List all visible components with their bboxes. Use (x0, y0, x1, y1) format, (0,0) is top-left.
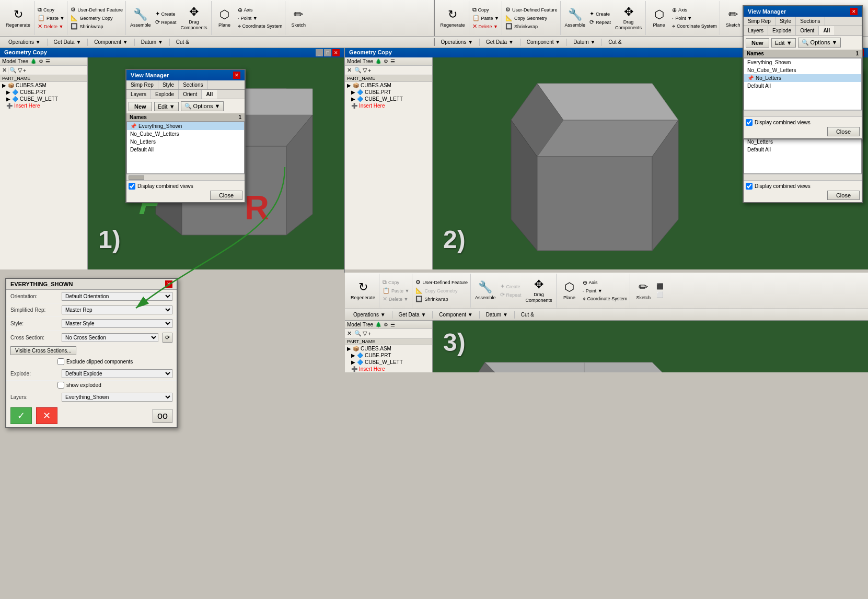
rib-operations-l[interactable]: Operations ▼ (4, 38, 45, 46)
mt-funnel-btn-3[interactable]: ▽ (363, 330, 367, 337)
paste-btn[interactable]: 📋Paste ▼ (36, 14, 66, 22)
paste-btn-3[interactable]: 📋Paste ▼ (381, 287, 411, 295)
es-visible-cross-btn[interactable]: Visible Cross Sections... (10, 346, 76, 355)
tree-item-insert-2[interactable]: ➕Insert Here (345, 102, 432, 109)
es-explode-select[interactable]: Default Explode (62, 369, 172, 378)
repeat-btn[interactable]: ⟳Repeat (154, 18, 178, 26)
mt-close-btn-1[interactable]: ✕ (2, 67, 7, 74)
es-simprep-select[interactable]: Master Rep (62, 306, 172, 314)
vm1-new-btn[interactable]: New (129, 102, 152, 111)
mt-add-btn-2[interactable]: + (368, 67, 371, 74)
vm3-item-noletters[interactable]: 📌 No_Letters (744, 74, 861, 82)
mt-expand-icon-3[interactable]: ☰ (390, 322, 395, 327)
rib-getdata-r[interactable]: Get Data ▼ (482, 38, 518, 46)
rib-cut-r[interactable]: Cut & (604, 38, 626, 46)
rib-datum-l[interactable]: Datum ▼ (137, 38, 167, 46)
axis-btn-r[interactable]: ⊕Axis (670, 6, 719, 14)
panel1-maximize[interactable]: □ (324, 49, 331, 56)
vm3-options-btn[interactable]: 🔍 Options ▼ (798, 38, 841, 48)
mt-icon-1[interactable]: 🌲 (30, 58, 37, 64)
es-close-btn[interactable]: ✕ (165, 280, 172, 288)
copy-btn[interactable]: ⧉Copy (36, 6, 66, 14)
shrinkwrap-btn-3[interactable]: 🔲Shrinkwrap (414, 295, 469, 303)
mt-funnel-btn-2[interactable]: ▽ (363, 67, 367, 74)
mt-funnel-btn-1[interactable]: ▽ (18, 67, 22, 74)
mt-icon-3[interactable]: 🌲 (375, 322, 381, 327)
vm1-edit-btn[interactable]: Edit ▼ (154, 102, 179, 111)
es-exclude-clipped-check[interactable] (57, 358, 64, 365)
udf-btn-3[interactable]: ⚙User-Defined Feature (414, 278, 469, 286)
repeat-btn-3[interactable]: ⟳Repeat (499, 291, 523, 299)
vm1-tab-sections[interactable]: Sections (179, 80, 207, 89)
mt-filter-btn-3[interactable]: 🔍 (354, 330, 362, 337)
assemble-btn-3[interactable]: 🔧 Assemble (472, 274, 499, 308)
vm1-item-defaultall[interactable]: Default All (127, 146, 244, 154)
mt-settings-icon-3[interactable]: ⚙ (384, 322, 388, 327)
create-btn-3[interactable]: ✦Create (499, 283, 523, 290)
rib-operations-3[interactable]: Operations ▼ (349, 311, 390, 319)
copy-geometry-btn-3[interactable]: 📐Copy Geometry (414, 287, 469, 295)
rib-component-l[interactable]: Component ▼ (90, 38, 132, 46)
plane-btn-3[interactable]: ⬡ Plane (558, 274, 581, 308)
vm1-tab-simprep[interactable]: Simp Rep (126, 80, 158, 89)
tree-item-cubes-2[interactable]: ▶📦CUBES.ASM (345, 82, 432, 89)
vm1-tab-style[interactable]: Style (158, 80, 179, 89)
mt-settings-icon-2[interactable]: ⚙ (384, 58, 388, 64)
mt-filter-btn-1[interactable]: 🔍 (9, 67, 17, 74)
tree-item-insert-1[interactable]: ➕Insert Here (0, 102, 87, 109)
rib-operations-r[interactable]: Operations ▼ (437, 38, 478, 46)
vm1-item-everything[interactable]: 📌 Everything_Shown (127, 122, 244, 130)
es-orientation-select[interactable]: Default Orientation (62, 292, 172, 301)
sketch-btn-r[interactable]: ✏ Sketch (722, 1, 745, 35)
es-layers-select[interactable]: Everything_Shown (62, 393, 172, 402)
shrinkwrap-btn[interactable]: 🔲Shrinkwrap (69, 22, 124, 30)
tree-item-cube-prt-3[interactable]: ▶🔷CUBE.PRT (345, 352, 432, 359)
coord-btn-3[interactable]: ⌖Coordinate System (581, 295, 629, 303)
vm1-tab-orient[interactable]: Orient (179, 90, 202, 99)
vm1-options-btn[interactable]: 🔍 Options ▼ (181, 101, 224, 111)
vm3-tab-orient[interactable]: Orient (796, 26, 819, 35)
vm3-edit-btn[interactable]: Edit ▼ (771, 38, 796, 48)
point-btn-r[interactable]: ·Point ▼ (670, 15, 719, 22)
rib-datum-r[interactable]: Datum ▼ (569, 38, 599, 46)
tree-item-cube-prt-1[interactable]: ▶🔷CUBE.PRT (0, 89, 87, 96)
regenerate-btn-r[interactable]: ↻ Regenerate (438, 1, 468, 35)
tree-item-cube-prt-2[interactable]: ▶🔷CUBE.PRT (345, 89, 432, 96)
tree-item-cubes-1[interactable]: ▶📦CUBES.ASM (0, 82, 87, 89)
vm2-scrollbar[interactable] (744, 174, 862, 180)
vm2-item-defaultall[interactable]: Default All (744, 146, 861, 154)
vm3-display-combined-check[interactable] (746, 119, 753, 126)
regenerate-btn-3[interactable]: ↻ Regenerate (348, 274, 378, 308)
vm3-tab-layers[interactable]: Layers (744, 26, 768, 35)
mt-settings-icon-1[interactable]: ⚙ (39, 58, 43, 64)
mt-filter-btn-2[interactable]: 🔍 (354, 67, 362, 74)
vm1-tab-layers[interactable]: Layers (126, 90, 151, 99)
rib-datum-3[interactable]: Datum ▼ (482, 311, 512, 319)
vm2-close-dialog-btn[interactable]: Close (827, 191, 860, 200)
create-btn-r[interactable]: ✦Create (588, 10, 612, 18)
assemble-btn-r[interactable]: 🔧 Assemble (562, 1, 588, 35)
vm3-tab-simprep[interactable]: Simp Rep (744, 17, 776, 26)
plane-btn-r[interactable]: ⬡ Plane (647, 1, 670, 35)
plane-btn[interactable]: ⬡ Plane (213, 1, 236, 35)
mt-add-btn-1[interactable]: + (23, 67, 26, 74)
tree-item-cube-w-2[interactable]: ▶🔷CUBE_W_LETT (345, 96, 432, 102)
drag-components-btn-r[interactable]: ✥ DragComponents (612, 1, 644, 35)
vm3-item-defaultall[interactable]: Default All (744, 82, 861, 90)
vm3-close-dialog-btn[interactable]: Close (827, 127, 860, 136)
vm1-tab-explode[interactable]: Explode (151, 90, 179, 99)
mt-add-btn-3[interactable]: + (368, 331, 371, 337)
tree-item-cubes-3[interactable]: ▶📦CUBES.ASM (345, 345, 432, 352)
vm1-item-noletters[interactable]: No_Letters (127, 138, 244, 146)
axis-btn[interactable]: ⊕Axis (236, 6, 284, 14)
point-btn-3[interactable]: ·Point ▼ (581, 287, 629, 295)
panel1-minimize[interactable]: _ (316, 49, 323, 56)
vm3-item-everything[interactable]: Everything_Shown (744, 58, 861, 66)
vm3-new-btn[interactable]: New (746, 38, 769, 48)
mt-close-btn-3[interactable]: ✕ (347, 330, 352, 337)
vm3-tab-all[interactable]: All (819, 26, 834, 35)
sketch-btn-3[interactable]: ✏ Sketch (632, 274, 655, 308)
udf-btn[interactable]: ⚙User-Defined Feature (69, 6, 124, 14)
rib-component-3[interactable]: Component ▼ (435, 311, 477, 319)
vm1-title[interactable]: View Manager ✕ (126, 70, 245, 80)
